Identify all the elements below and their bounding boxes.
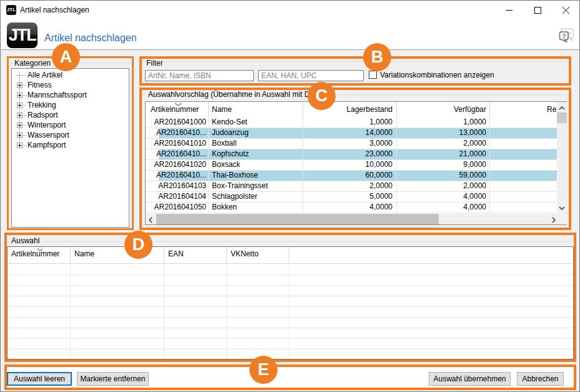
svg-text:?: ?: [562, 31, 566, 41]
